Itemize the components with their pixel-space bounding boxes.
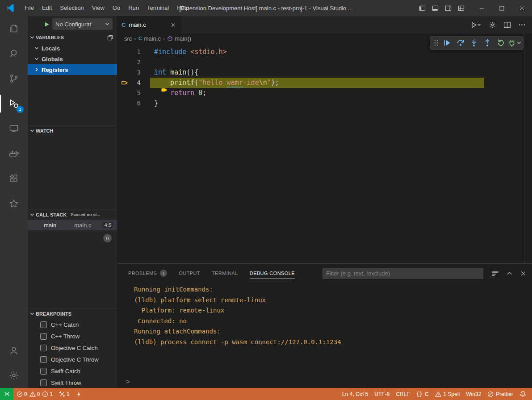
more-actions-button[interactable] bbox=[518, 21, 526, 29]
breakpoint-checkbox[interactable] bbox=[40, 368, 47, 375]
layout-panel-button[interactable] bbox=[432, 5, 439, 12]
line-content[interactable]: printf("hello wamr-ide\n"); bbox=[154, 78, 279, 88]
status-language-mode[interactable]: {}C bbox=[413, 388, 431, 400]
status-toolchain[interactable]: 1 bbox=[56, 388, 73, 400]
status-platform[interactable]: Win32 bbox=[463, 388, 484, 400]
menu-file[interactable]: File bbox=[21, 0, 38, 16]
watch-section-header[interactable]: WATCH bbox=[28, 125, 117, 136]
variables-item-locals[interactable]: Locals bbox=[28, 43, 117, 54]
close-button[interactable] bbox=[512, 0, 532, 16]
breakpoint-checkbox[interactable] bbox=[40, 333, 47, 340]
status-spell[interactable]: 1 Spell bbox=[432, 388, 463, 400]
close-panel-icon[interactable] bbox=[520, 270, 527, 277]
variables-section-header[interactable]: VARIABLES bbox=[28, 32, 117, 43]
debug-step-out-button[interactable] bbox=[481, 36, 494, 50]
activity-item-source-control[interactable] bbox=[0, 66, 28, 91]
breakpoint-checkbox[interactable] bbox=[40, 321, 47, 328]
breakpoint-item-swift-throw[interactable]: Swift Throw bbox=[28, 377, 117, 388]
breadcrumb-item-file[interactable]: C main.c bbox=[138, 35, 161, 42]
debug-start-icon[interactable] bbox=[44, 21, 50, 27]
breakpoint-checkbox[interactable] bbox=[40, 379, 47, 386]
status-prettier[interactable]: Prettier bbox=[484, 388, 516, 400]
call-stack-section-header[interactable]: CALL STACK Paused on st... bbox=[28, 209, 117, 220]
status-notifications[interactable] bbox=[516, 388, 529, 400]
line-content[interactable]: } bbox=[154, 98, 158, 108]
editor-scrollbar[interactable] bbox=[524, 33, 524, 263]
debug-restart-button[interactable] bbox=[494, 36, 507, 50]
activity-item-run-and-debug[interactable]: 1 bbox=[0, 91, 28, 116]
settings-button[interactable] bbox=[489, 21, 496, 29]
menu-edit[interactable]: Edit bbox=[38, 0, 56, 16]
close-tab-icon[interactable] bbox=[170, 22, 176, 28]
status-encoding[interactable]: UTF-8 bbox=[371, 388, 393, 400]
panel-tab-debug-console[interactable]: DEBUG CONSOLE bbox=[250, 264, 295, 283]
code-token bbox=[166, 68, 170, 76]
line-content[interactable]: #include <stdio.h> bbox=[154, 47, 227, 57]
activity-item-settings[interactable] bbox=[0, 363, 28, 388]
status-eol[interactable]: CRLF bbox=[393, 388, 413, 400]
code-editor[interactable]: 1#include <stdio.h>23int main(){4printf(… bbox=[117, 43, 532, 263]
output-lines-icon[interactable] bbox=[491, 270, 499, 277]
variables-item-registers[interactable]: Registers bbox=[28, 64, 117, 75]
layout-customize-button[interactable] bbox=[458, 5, 465, 12]
debug-console-filter-input[interactable] bbox=[323, 268, 483, 279]
panel-tab-terminal[interactable]: TERMINAL bbox=[212, 264, 238, 283]
restart-icon bbox=[496, 38, 505, 47]
activity-item-search[interactable] bbox=[0, 41, 28, 66]
layout-sidebar-left-button[interactable] bbox=[419, 5, 426, 12]
status-cursor-position[interactable]: Ln 4, Col 5 bbox=[339, 388, 371, 400]
line-number: 6 bbox=[117, 98, 141, 108]
activity-item-remote-explorer[interactable] bbox=[0, 116, 28, 141]
maximize-button[interactable] bbox=[492, 0, 512, 16]
debug-continue-button[interactable] bbox=[440, 36, 454, 50]
layout-sidebar-right-button[interactable] bbox=[445, 5, 452, 12]
tab-main-c[interactable]: C main.c bbox=[117, 16, 181, 33]
breakpoint-item-swift-catch[interactable]: Swift Catch bbox=[28, 365, 117, 377]
breakpoint-item-c-throw[interactable]: C++ Throw bbox=[28, 330, 117, 342]
activity-item-explorer[interactable] bbox=[0, 16, 28, 41]
breadcrumb-item-src[interactable]: src bbox=[124, 35, 132, 42]
debug-step-over-button[interactable] bbox=[454, 36, 467, 50]
braces-icon: {} bbox=[416, 391, 422, 397]
panel-tab-problems[interactable]: PROBLEMS1 bbox=[128, 264, 167, 283]
breakpoint-checkbox[interactable] bbox=[40, 356, 47, 363]
run-button[interactable] bbox=[471, 21, 482, 29]
maximize-panel-icon[interactable] bbox=[506, 270, 513, 277]
debug-console-input[interactable]: > bbox=[117, 375, 532, 388]
breakpoints-section-header[interactable]: BREAKPOINTS bbox=[28, 308, 117, 319]
minimize-button[interactable] bbox=[472, 0, 492, 16]
activity-bar: 1 bbox=[0, 16, 28, 388]
debug-disconnect-button[interactable] bbox=[507, 36, 521, 50]
breadcrumb-label: main.c bbox=[144, 35, 161, 42]
call-stack-status: Paused on st... bbox=[71, 212, 101, 217]
launch-configuration-select[interactable]: No Configurat bbox=[52, 18, 113, 30]
status-debug-attach[interactable] bbox=[73, 388, 85, 400]
line-content[interactable]: return 0; bbox=[154, 88, 206, 98]
symbol-method-icon bbox=[167, 36, 173, 42]
menu-selection[interactable]: Selection bbox=[56, 0, 88, 16]
breakpoint-item-objective-c-catch[interactable]: Objective C Catch bbox=[28, 342, 117, 354]
breadcrumb-item-symbol[interactable]: main() bbox=[167, 35, 191, 42]
variables-item-globals[interactable]: Globals bbox=[28, 54, 117, 64]
activity-item-docker[interactable] bbox=[0, 141, 28, 166]
console-line: (lldb) platform select remote-linux bbox=[134, 295, 532, 306]
breakpoint-checkbox[interactable] bbox=[40, 345, 47, 351]
activity-item-extensions[interactable] bbox=[0, 166, 28, 191]
breakpoint-item-objective-c-throw[interactable]: Objective C Throw bbox=[28, 354, 117, 365]
debug-step-into-button[interactable] bbox=[467, 36, 481, 50]
menu-run[interactable]: Run bbox=[124, 0, 143, 16]
editor-actions bbox=[471, 16, 532, 33]
activity-item-accounts[interactable] bbox=[0, 338, 28, 363]
views-panel-icon[interactable] bbox=[107, 34, 113, 41]
menu-go[interactable]: Go bbox=[109, 0, 124, 16]
line-content[interactable]: int main(){ bbox=[154, 67, 198, 78]
status-problems[interactable]: 001 bbox=[13, 388, 56, 400]
menu-terminal[interactable]: Terminal bbox=[143, 0, 173, 16]
breakpoint-item-c-catch[interactable]: C++ Catch bbox=[28, 319, 117, 330]
split-editor-button[interactable] bbox=[503, 21, 511, 29]
activity-item-wamr-ide[interactable] bbox=[0, 191, 28, 216]
stack-frame-row[interactable]: main main.c 4:5 bbox=[28, 220, 117, 230]
panel-tab-output[interactable]: OUTPUT bbox=[179, 264, 200, 283]
menu-view[interactable]: View bbox=[88, 0, 109, 16]
remote-indicator[interactable] bbox=[0, 388, 13, 400]
